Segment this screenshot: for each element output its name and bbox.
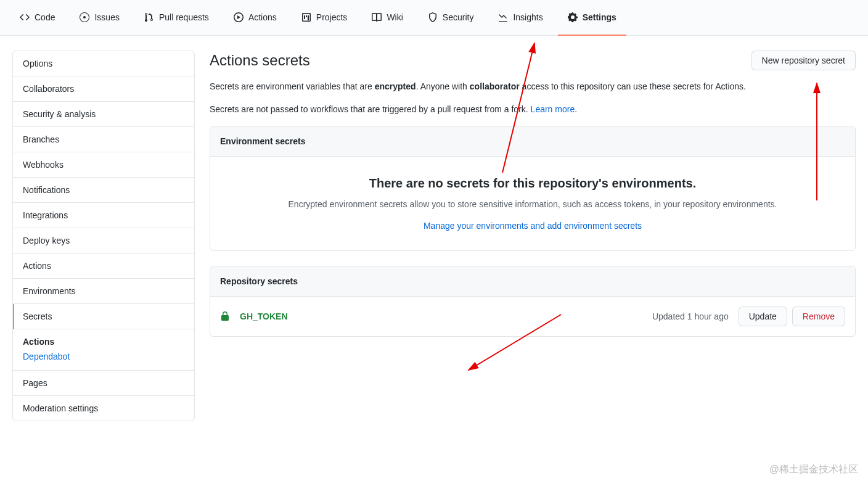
nav-pull-requests[interactable]: Pull requests bbox=[134, 0, 219, 36]
nav-actions[interactable]: Actions bbox=[224, 0, 287, 36]
secret-name: GH_TOKEN bbox=[240, 311, 288, 321]
issue-icon bbox=[80, 12, 89, 22]
sidebar-notifications[interactable]: Notifications bbox=[13, 178, 194, 203]
environment-secrets-panel: Environment secrets There are no secrets… bbox=[210, 126, 856, 251]
nav-projects[interactable]: Projects bbox=[292, 0, 358, 36]
nav-label: Wiki bbox=[387, 12, 403, 22]
repo-nav: Code Issues Pull requests Actions Projec… bbox=[0, 0, 868, 36]
nav-label: Settings bbox=[583, 12, 616, 22]
repository-secrets-header: Repository secrets bbox=[210, 266, 855, 297]
sidebar-deploy-keys[interactable]: Deploy keys bbox=[13, 228, 194, 253]
code-icon bbox=[20, 12, 30, 22]
sidebar-secrets-sub: Actions Dependabot bbox=[13, 329, 194, 371]
nav-label: Insights bbox=[513, 12, 542, 22]
nav-settings[interactable]: Settings bbox=[558, 0, 626, 36]
sidebar-security-analysis[interactable]: Security & analysis bbox=[13, 102, 194, 127]
nav-code[interactable]: Code bbox=[10, 0, 65, 36]
sidebar-moderation[interactable]: Moderation settings bbox=[13, 396, 194, 421]
pr-icon bbox=[144, 12, 154, 22]
description-1: Secrets are environment variables that a… bbox=[210, 80, 856, 93]
sidebar-actions[interactable]: Actions bbox=[13, 253, 194, 279]
sidebar-collaborators[interactable]: Collaborators bbox=[13, 76, 194, 102]
shield-icon bbox=[428, 12, 438, 22]
nav-label: Issues bbox=[94, 12, 119, 22]
nav-label: Security bbox=[443, 12, 474, 22]
description-2: Secrets are not passed to workflows that… bbox=[210, 103, 856, 116]
environment-secrets-header: Environment secrets bbox=[210, 126, 855, 157]
nav-security[interactable]: Security bbox=[418, 0, 484, 36]
empty-description: Encrypted environment secrets allow you … bbox=[225, 198, 840, 211]
nav-label: Code bbox=[35, 12, 55, 22]
sidebar-dependabot-link[interactable]: Dependabot bbox=[23, 350, 184, 363]
settings-sidebar: Options Collaborators Security & analysi… bbox=[12, 51, 195, 421]
play-icon bbox=[234, 12, 244, 22]
empty-title: There are no secrets for this repository… bbox=[225, 176, 840, 191]
sidebar-environments[interactable]: Environments bbox=[13, 279, 194, 304]
graph-icon bbox=[498, 12, 508, 22]
secret-actions: Update Remove bbox=[739, 307, 845, 326]
remove-secret-button[interactable]: Remove bbox=[792, 307, 845, 326]
sidebar-webhooks[interactable]: Webhooks bbox=[13, 152, 194, 178]
sidebar-options[interactable]: Options bbox=[13, 51, 194, 76]
book-icon bbox=[372, 12, 382, 22]
project-icon bbox=[301, 12, 311, 22]
learn-more-link[interactable]: Learn more bbox=[531, 104, 575, 114]
update-secret-button[interactable]: Update bbox=[739, 307, 787, 326]
nav-insights[interactable]: Insights bbox=[488, 0, 552, 36]
nav-label: Projects bbox=[316, 12, 348, 22]
page-title: Actions secrets bbox=[210, 52, 310, 69]
gear-icon bbox=[568, 12, 578, 22]
repository-secrets-panel: Repository secrets GH_TOKEN Updated 1 ho… bbox=[210, 266, 856, 337]
main-content: Actions secrets New repository secret Se… bbox=[210, 51, 856, 421]
nav-issues[interactable]: Issues bbox=[70, 0, 129, 36]
sidebar-secrets-sub-header: Actions bbox=[23, 337, 184, 347]
new-repository-secret-button[interactable]: New repository secret bbox=[751, 51, 856, 70]
secret-updated: Updated 1 hour ago bbox=[652, 311, 729, 321]
environment-secrets-empty: There are no secrets for this repository… bbox=[210, 157, 855, 250]
sidebar-integrations[interactable]: Integrations bbox=[13, 203, 194, 228]
sidebar-pages[interactable]: Pages bbox=[13, 371, 194, 396]
svg-point-0 bbox=[83, 16, 86, 19]
secret-row: GH_TOKEN Updated 1 hour ago Update Remov… bbox=[210, 297, 855, 336]
sidebar-secrets[interactable]: Secrets bbox=[13, 304, 194, 329]
sidebar-branches[interactable]: Branches bbox=[13, 127, 194, 152]
lock-icon bbox=[220, 311, 230, 321]
page-header: Actions secrets New repository secret bbox=[210, 51, 856, 70]
nav-label: Pull requests bbox=[159, 12, 209, 22]
manage-environments-link[interactable]: Manage your environments and add environ… bbox=[424, 221, 642, 231]
nav-label: Actions bbox=[248, 12, 277, 22]
nav-wiki[interactable]: Wiki bbox=[362, 0, 412, 36]
